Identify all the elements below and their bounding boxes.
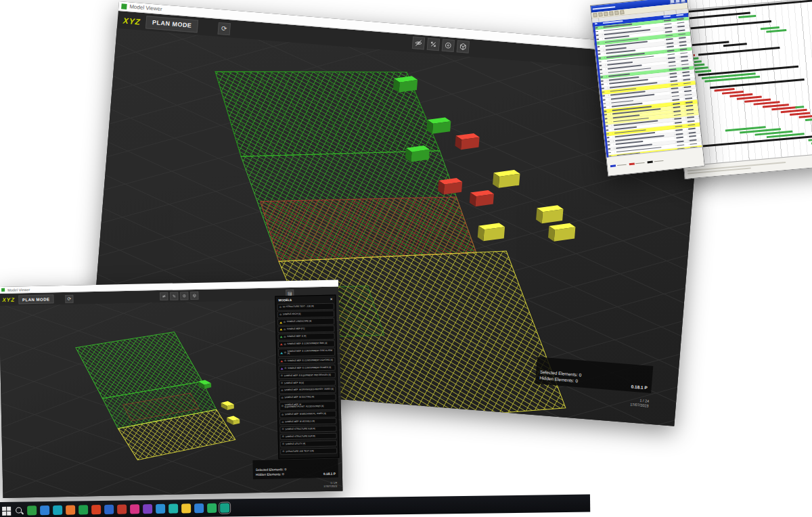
isolate-icon[interactable]	[170, 292, 178, 300]
gantt-bar[interactable]	[685, 20, 771, 30]
gear-icon[interactable]: ⚙	[281, 413, 284, 416]
gear-icon[interactable]: ⚙	[281, 397, 283, 399]
models-panel-title: MODELS	[278, 298, 292, 302]
hide-icon[interactable]	[160, 292, 168, 300]
taskbar-app-icon[interactable]	[104, 505, 114, 514]
close-icon[interactable]	[681, 0, 686, 2]
model-list-item[interactable]: ⚙SC STRUCTURE TEST - JOE [4]	[277, 303, 334, 311]
model-list-item[interactable]: ⚙SAMPLE MEP_E CONTAINMENT POWER [4]	[279, 364, 336, 372]
refresh-icon[interactable]: ⟳	[65, 294, 73, 302]
model-list-item[interactable]: ⚙SAMPLE MEP_M [4]	[279, 379, 336, 386]
taskbar-app-icon[interactable]	[181, 503, 191, 513]
viewer-toolbar	[412, 37, 470, 53]
gantt-bar[interactable]	[723, 43, 747, 47]
refresh-icon[interactable]: ⟳	[217, 22, 230, 35]
gear-icon[interactable]: ⚙	[282, 436, 284, 439]
model-list-item[interactable]: ⚙SAMPLE MEP [F1]	[277, 325, 334, 333]
gear-icon[interactable]: ⚙	[284, 351, 286, 354]
hide-icon[interactable]	[412, 37, 425, 49]
gear-icon[interactable]: ⚙	[284, 343, 286, 346]
model-list-item[interactable]: ⚙SAMPLE MEP_E [4]	[278, 333, 335, 340]
model-list-item[interactable]: ⚙SAMPLE MEP_E EQUIPMENT AND DEVICES [4]	[279, 372, 336, 379]
gear-icon[interactable]: ⚙	[281, 374, 283, 377]
model-list-item[interactable]: ⚙SAMPLE UTILITY [4]	[280, 440, 337, 447]
model-list-item[interactable]: ⚙SAMPLE LANDSCAPE [4]	[277, 318, 334, 325]
taskbar-app-icon[interactable]	[207, 503, 217, 513]
gear-icon[interactable]: ⚙	[281, 428, 284, 431]
taskbar-app-icon[interactable]	[91, 505, 101, 514]
focus-icon[interactable]	[180, 292, 188, 300]
model-list-item[interactable]: ⚙STRUCTURE JOE TEST 2 [4]	[280, 447, 337, 455]
gantt-bar[interactable]	[698, 47, 780, 55]
version-label: 0.18.1 P	[323, 472, 336, 476]
gear-icon[interactable]: ⚙	[281, 382, 283, 384]
taskbar-app-icon[interactable]	[220, 503, 229, 513]
gear-icon[interactable]: ⚙	[284, 321, 286, 323]
gear-icon[interactable]: ⚙	[284, 336, 286, 338]
warning-icon	[280, 336, 283, 338]
gear-icon[interactable]: ⚙	[281, 421, 284, 424]
gear-icon[interactable]: ⚙	[284, 367, 286, 369]
gear-icon[interactable]: ⚙	[284, 359, 286, 362]
taskbar-app-icon[interactable]	[168, 504, 178, 514]
page-footer: 1 / 24 17/07/2023	[630, 397, 650, 409]
taskbar-app-icon[interactable]	[130, 504, 139, 514]
minimize-icon[interactable]	[670, 0, 675, 3]
model-list-item[interactable]: ⚙SAMPLE STRUCTURE SUP [4]	[280, 432, 337, 440]
model-list-item[interactable]: ⚙SAMPLE MEP_M DUCTING [4]	[279, 394, 336, 401]
legend-item	[610, 164, 627, 168]
taskbar-app-icon[interactable]	[143, 504, 152, 514]
start-button-icon[interactable]	[1, 506, 11, 516]
model-list-item[interactable]: ⚙SAMPLE MEP_M DRAINAGE/SANITARY_PIPES [4…	[279, 386, 336, 394]
taskbar-app-icon[interactable]	[27, 505, 37, 515]
model-name-label: SAMPLE MEP [F1]	[287, 328, 304, 331]
taskbar-app-icon[interactable]	[53, 505, 62, 515]
close-icon[interactable]: ✕	[330, 298, 333, 301]
taskbar-app-icon[interactable]	[156, 504, 165, 514]
model-list-item[interactable]: ⚙SAMPLE MEP_M VESSELS [4]	[279, 418, 336, 426]
page-footer: 1 / 24 17/07/2023	[323, 480, 337, 489]
model-name-label: SAMPLE MEP_M VESSELS [4]	[285, 420, 315, 423]
maximize-icon[interactable]	[675, 0, 681, 3]
taskbar-app-icon[interactable]	[66, 505, 75, 514]
model-list-item[interactable]: ⚙SAMPLE MEP_E CONTAINMENT FIRE ALARM [4]	[278, 348, 335, 357]
gear-icon[interactable]: ⚙	[284, 328, 286, 331]
search-icon[interactable]	[14, 505, 24, 515]
orbit-icon[interactable]	[190, 292, 198, 300]
model-list-item[interactable]: ⚙SAMPLE ARCH [4]	[277, 311, 334, 318]
gantt-bar[interactable]	[805, 118, 812, 122]
gantt-bar[interactable]	[808, 138, 812, 141]
legend-item	[648, 160, 664, 164]
plan-mode-button[interactable]: PLAN MODE	[145, 16, 198, 32]
taskbar-app-icon[interactable]	[78, 505, 88, 514]
gantt-bar[interactable]	[700, 135, 812, 147]
gear-icon[interactable]: ⚙	[282, 450, 284, 453]
gantt-bar[interactable]	[766, 29, 786, 33]
model-list-item[interactable]: ⚙SAMPLE STRUCTURE SUB [4]	[279, 425, 336, 432]
model-name-label: SAMPLE MEP_E CONTAINMENT BMS [4]	[287, 342, 327, 346]
orbit-icon[interactable]	[457, 40, 470, 53]
isolate-icon[interactable]	[427, 38, 440, 51]
gear-icon[interactable]: ⚙	[282, 443, 284, 446]
model-list-item[interactable]: ⚙SAMPLE MEP_M EQUIPMENT/PLANT_ACCESSORIE…	[279, 401, 336, 411]
gear-icon[interactable]: ⚙	[279, 306, 281, 309]
model-list-item[interactable]: ⚙SAMPLE MEP_E CONTAINMENT LIGHTING [4]	[278, 357, 335, 364]
gear-icon[interactable]: ⚙	[279, 313, 281, 316]
taskbar-app-icon[interactable]	[40, 505, 49, 515]
focus-icon[interactable]	[442, 39, 455, 52]
model-list-item[interactable]: ⚙SAMPLE MEP_M MECHANICAL_PIPES [4]	[279, 411, 336, 418]
model-viewer-window-small: Model Viewer XYZ PLAN MODE ⟳ ▤ MODELS ✕ …	[0, 279, 342, 497]
model-list-item[interactable]: ⚙SAMPLE MEP_E CONTAINMENT BMS [4]	[278, 340, 335, 348]
taskbar-app-icon[interactable]	[117, 504, 127, 514]
model-name-label: SAMPLE MEP_E CONTAINMENT POWER [4]	[288, 366, 331, 369]
plan-mode-button[interactable]: PLAN MODE	[18, 294, 54, 304]
schedule-rows[interactable]	[593, 13, 702, 158]
model-name-label: SAMPLE MEP_M DRAINAGE/SANITARY_PIPES [4]	[284, 388, 334, 392]
gantt-bar[interactable]	[795, 106, 804, 109]
hidden-elements-label: Hidden Elements: 0	[256, 472, 286, 477]
gear-icon[interactable]: ⚙	[281, 389, 283, 392]
warning-icon	[281, 367, 284, 369]
gantt-bar[interactable]	[739, 15, 757, 19]
taskbar-app-icon[interactable]	[194, 503, 204, 513]
gear-icon[interactable]: ⚙	[281, 405, 284, 407]
